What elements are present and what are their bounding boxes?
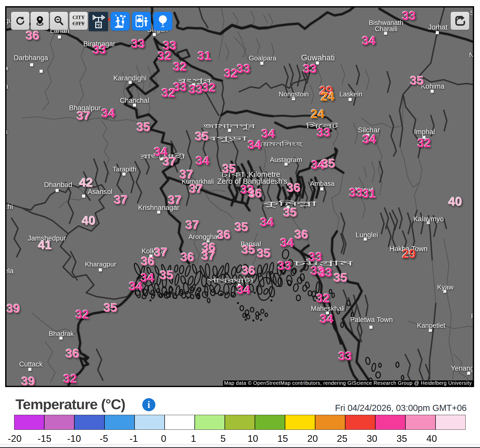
svg-text:Karandighi: Karandighi	[113, 74, 146, 82]
svg-text:32: 32	[224, 67, 238, 80]
svg-text:Maheskhali: Maheskhali	[311, 305, 345, 312]
svg-text:37: 37	[189, 182, 203, 196]
svg-text:35: 35	[242, 243, 255, 257]
svg-text:Tarapith: Tarapith	[113, 165, 137, 173]
svg-text:31: 31	[362, 187, 376, 200]
svg-text:36: 36	[295, 228, 308, 241]
svg-text:37: 37	[201, 249, 215, 263]
svg-text:33: 33	[317, 126, 330, 139]
svg-text:Charaili: Charaili	[375, 25, 397, 33]
svg-text:37: 37	[168, 193, 182, 207]
svg-text:24: 24	[321, 90, 335, 103]
svg-text:36: 36	[181, 250, 194, 264]
svg-text:36: 36	[66, 347, 79, 360]
svg-text:ela: ela	[6, 267, 14, 275]
svg-text:29: 29	[402, 247, 416, 261]
svg-text:Su: Su	[470, 9, 473, 17]
svg-text:37: 37	[154, 245, 167, 259]
svg-text:35: 35	[334, 271, 347, 285]
svg-text:35: 35	[283, 206, 297, 219]
svg-text:37: 37	[114, 193, 128, 207]
svg-text:35: 35	[104, 301, 117, 315]
svg-text:Lunglei: Lunglei	[355, 231, 378, 239]
svg-text:36: 36	[141, 254, 155, 268]
svg-text:Paletwa Town: Paletwa Town	[350, 316, 393, 324]
svg-text:36: 36	[217, 228, 230, 242]
svg-text:33: 33	[173, 80, 187, 94]
svg-text:24: 24	[311, 107, 325, 121]
svg-text:Bhadrak: Bhadrak	[49, 330, 74, 337]
svg-text:Laskein: Laskein	[339, 90, 362, 98]
svg-text:বগুড়া: বগুড়া	[205, 134, 248, 143]
svg-text:42: 42	[79, 176, 93, 189]
svg-text:Kharagpur: Kharagpur	[85, 260, 116, 268]
svg-text:35: 35	[257, 246, 271, 260]
svg-text:32: 32	[417, 136, 431, 150]
svg-text:35: 35	[410, 74, 424, 87]
svg-text:Kyaw: Kyaw	[437, 283, 454, 291]
svg-text:33: 33	[237, 62, 250, 76]
svg-text:35: 35	[137, 120, 150, 134]
svg-text:34: 34	[320, 312, 334, 326]
svg-text:34: 34	[101, 106, 115, 120]
svg-text:40: 40	[448, 195, 462, 208]
svg-text:Yenang: Yenang	[451, 364, 473, 372]
svg-text:Pa: Pa	[471, 312, 473, 320]
svg-text:37: 37	[163, 155, 176, 168]
svg-text:Goalpara: Goalpara	[249, 54, 277, 62]
svg-text:33: 33	[131, 37, 145, 51]
svg-text:Ambasa: Ambasa	[310, 180, 335, 187]
svg-text:34: 34	[362, 132, 376, 146]
svg-text:34: 34	[196, 154, 210, 168]
svg-text:36: 36	[242, 264, 255, 277]
svg-text:33: 33	[303, 62, 317, 76]
svg-text:37: 37	[185, 218, 199, 232]
svg-text:Chanchal: Chanchal	[120, 97, 149, 104]
svg-text:33: 33	[278, 259, 291, 272]
svg-text:35: 35	[195, 130, 209, 143]
svg-text:40: 40	[82, 214, 95, 227]
svg-text:34: 34	[248, 138, 262, 152]
svg-text:Kohima: Kohima	[421, 83, 445, 90]
svg-text:36: 36	[248, 187, 262, 200]
svg-text:39: 39	[6, 302, 20, 315]
svg-text:37: 37	[77, 109, 90, 123]
svg-text:36: 36	[287, 181, 300, 195]
svg-text:32: 32	[75, 308, 89, 321]
svg-text:34: 34	[362, 34, 376, 48]
svg-text:36: 36	[26, 29, 39, 42]
svg-text:37: 37	[180, 168, 193, 181]
svg-text:na: na	[6, 83, 8, 90]
svg-text:Jorhat: Jorhat	[428, 23, 448, 31]
svg-text:34: 34	[237, 283, 251, 297]
svg-text:35: 35	[222, 162, 236, 176]
svg-text:33: 33	[93, 43, 106, 57]
svg-text:33: 33	[338, 349, 352, 363]
svg-text:31: 31	[198, 49, 211, 63]
svg-text:34: 34	[129, 279, 143, 293]
svg-text:39: 39	[21, 374, 35, 386]
svg-text:32: 32	[202, 81, 216, 94]
svg-text:41: 41	[38, 238, 52, 252]
svg-text:Austagram: Austagram	[270, 156, 302, 163]
svg-text:No: No	[469, 51, 473, 59]
svg-text:33: 33	[318, 266, 332, 279]
svg-text:33: 33	[308, 250, 322, 264]
svg-text:Nongstoin: Nongstoin	[279, 90, 309, 98]
svg-text:Kalaymyo: Kalaymyo	[413, 215, 444, 223]
svg-text:জামালপুর: জামালপুর	[203, 122, 255, 130]
svg-text:Kanpetlet: Kanpetlet	[417, 322, 446, 329]
svg-text:33: 33	[349, 186, 363, 199]
svg-text:34: 34	[260, 215, 274, 229]
svg-text:34: 34	[280, 236, 294, 250]
svg-text:Imphal: Imphal	[414, 128, 435, 136]
svg-text:35: 35	[160, 268, 173, 282]
svg-text:32: 32	[316, 291, 330, 305]
svg-text:33: 33	[189, 83, 202, 96]
svg-text:Darbhanga: Darbhanga	[14, 54, 48, 62]
svg-text:°C: °C	[96, 23, 101, 27]
svg-text:35: 35	[322, 157, 335, 170]
svg-text:35: 35	[235, 220, 248, 234]
svg-text:Guwahati: Guwahati	[301, 53, 335, 62]
svg-text:ময়মনসিংহ: ময়মনসিংহ	[255, 140, 303, 148]
